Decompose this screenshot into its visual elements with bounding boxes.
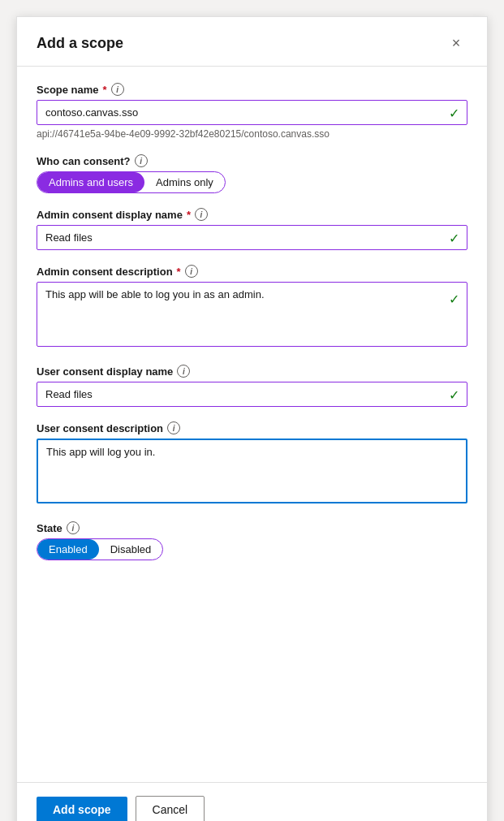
admin-consent-display-name-group: Admin consent display name * i ✓ bbox=[37, 208, 467, 250]
state-label: State i bbox=[37, 521, 467, 534]
dialog-title: Add a scope bbox=[37, 35, 123, 52]
who-can-consent-group: Who can consent? i Admins and users Admi… bbox=[37, 154, 467, 193]
required-asterisk: * bbox=[103, 84, 107, 96]
required-asterisk-3: * bbox=[177, 266, 181, 278]
cancel-button[interactable]: Cancel bbox=[136, 796, 205, 821]
state-group: State i Enabled Disabled bbox=[37, 521, 467, 560]
scope-url: api://46741e5a-94be-4e09-9992-32bf42e802… bbox=[37, 128, 467, 140]
user-consent-description-info-icon[interactable]: i bbox=[167, 421, 180, 434]
user-consent-display-name-checkmark: ✓ bbox=[449, 387, 459, 402]
scope-name-input[interactable] bbox=[37, 100, 467, 125]
scope-name-input-wrapper: ✓ bbox=[37, 100, 467, 125]
user-consent-display-name-label: User consent display name i bbox=[37, 365, 467, 378]
add-scope-button[interactable]: Add scope bbox=[37, 797, 127, 821]
user-consent-display-name-info-icon[interactable]: i bbox=[177, 365, 190, 378]
admin-consent-display-name-info-icon[interactable]: i bbox=[195, 208, 208, 221]
add-scope-dialog: Add a scope × Scope name * i ✓ api://467… bbox=[16, 16, 488, 821]
user-consent-description-textarea[interactable]: This app will log you in. bbox=[37, 439, 467, 503]
dialog-header: Add a scope × bbox=[17, 17, 487, 67]
admin-consent-display-name-input[interactable] bbox=[37, 225, 467, 250]
scope-name-label: Scope name * i bbox=[37, 83, 467, 96]
required-asterisk-2: * bbox=[187, 209, 191, 221]
dialog-body: Scope name * i ✓ api://46741e5a-94be-4e0… bbox=[17, 67, 487, 782]
scope-name-checkmark: ✓ bbox=[449, 105, 459, 120]
who-can-consent-toggle: Admins and users Admins only bbox=[37, 171, 226, 193]
user-consent-description-group: User consent description i This app will… bbox=[37, 421, 467, 507]
toggle-disabled[interactable]: Disabled bbox=[99, 539, 163, 560]
close-button[interactable]: × bbox=[445, 32, 467, 54]
admin-consent-description-textarea[interactable]: This app will be able to log you in as a… bbox=[37, 282, 467, 347]
user-consent-display-name-input[interactable] bbox=[37, 382, 467, 407]
admin-consent-display-name-label: Admin consent display name * i bbox=[37, 208, 467, 221]
user-consent-display-name-group: User consent display name i ✓ bbox=[37, 365, 467, 407]
user-consent-display-name-wrapper: ✓ bbox=[37, 382, 467, 407]
admin-consent-description-info-icon[interactable]: i bbox=[185, 265, 198, 278]
admin-consent-description-label: Admin consent description * i bbox=[37, 265, 467, 278]
user-consent-description-label: User consent description i bbox=[37, 421, 467, 434]
toggle-admins-and-users[interactable]: Admins and users bbox=[37, 172, 144, 192]
state-info-icon[interactable]: i bbox=[67, 521, 80, 534]
dialog-footer: Add scope Cancel bbox=[17, 782, 487, 821]
admin-consent-display-name-wrapper: ✓ bbox=[37, 225, 467, 250]
admin-consent-display-name-checkmark: ✓ bbox=[449, 230, 459, 245]
user-consent-description-wrapper: This app will log you in. bbox=[37, 439, 467, 507]
who-can-consent-info-icon[interactable]: i bbox=[135, 154, 148, 167]
scope-name-info-icon[interactable]: i bbox=[111, 83, 124, 96]
state-toggle: Enabled Disabled bbox=[37, 538, 163, 560]
who-can-consent-label: Who can consent? i bbox=[37, 154, 467, 167]
toggle-admins-only[interactable]: Admins only bbox=[144, 172, 225, 192]
admin-consent-description-checkmark: ✓ bbox=[449, 292, 459, 307]
admin-consent-description-group: Admin consent description * i This app w… bbox=[37, 265, 467, 350]
admin-consent-description-wrapper: This app will be able to log you in as a… bbox=[37, 282, 467, 350]
toggle-enabled[interactable]: Enabled bbox=[37, 539, 99, 560]
scope-name-group: Scope name * i ✓ api://46741e5a-94be-4e0… bbox=[37, 83, 467, 140]
